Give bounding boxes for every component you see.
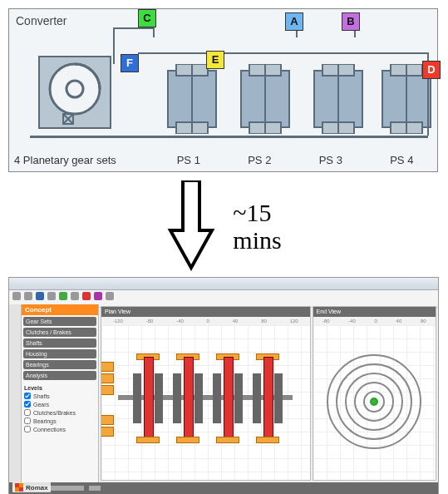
brand-badge: Romax (12, 482, 51, 492)
converter-title: Converter (16, 14, 66, 27)
transition-time: ~15 mins (233, 199, 281, 254)
bottom-bar[interactable] (9, 482, 438, 494)
plan-view-pane[interactable]: Plan View -120 -80 -40 0 40 80 120 (101, 306, 311, 481)
sidebar-item[interactable]: Clutches / Brakes (23, 328, 96, 337)
toolbar-icon[interactable] (59, 292, 67, 300)
checkbox[interactable] (24, 426, 31, 432)
sidebar-item[interactable]: Housing (23, 349, 96, 358)
brand-label: Romax (26, 484, 48, 492)
planetary-count-label: 4 Planetary gear sets (9, 154, 153, 166)
gearbox-plan-model[interactable] (118, 340, 293, 457)
sidebar-item[interactable]: Shafts (23, 338, 96, 348)
software-screenshot: Concept Gear Sets Clutches / Brakes Shaf… (8, 277, 439, 494)
pane-header: End View (313, 307, 436, 317)
tick: 80 (421, 319, 426, 324)
check-label: Shafts (33, 393, 50, 399)
end-view-pane[interactable]: End View -80 -40 0 40 80 (313, 306, 436, 481)
schematic-bottom-labels: 4 Planetary gear sets PS 1 PS 2 PS 3 PS … (9, 154, 437, 166)
sidebar-section-label: Levels (22, 382, 98, 392)
sidebar-header[interactable]: Concept (22, 304, 98, 315)
tick: -80 (146, 319, 154, 324)
window-titlebar[interactable] (9, 278, 438, 290)
sidebar-check[interactable]: Shafts (22, 392, 98, 400)
tick: -80 (322, 319, 330, 324)
checkbox[interactable] (24, 393, 31, 399)
ps2-label: PS 2 (224, 154, 296, 166)
connection-line (113, 27, 115, 64)
tick: 120 (290, 319, 298, 324)
toolbar-icon[interactable] (82, 292, 91, 300)
gearbox-end-model[interactable] (322, 332, 427, 472)
ground-brake-C (153, 27, 155, 37)
check-label: Bearings (33, 418, 57, 424)
torque-converter-icon (38, 56, 111, 129)
model-planetary-4 (253, 357, 283, 440)
model-planetary-1 (133, 357, 163, 440)
check-label: Clutches/Brakes (33, 410, 76, 416)
check-label: Connections (33, 427, 66, 432)
schematic-canvas (13, 27, 433, 146)
svg-rect-24 (185, 227, 198, 234)
tick: 40 (396, 319, 402, 324)
pane-header: Plan View (101, 307, 310, 317)
tick: -40 (176, 319, 184, 324)
badge-D: D (422, 61, 441, 79)
toolbar-icon[interactable] (71, 292, 79, 300)
sidebar-check[interactable]: Connections (22, 425, 98, 433)
time-unit: mins (233, 226, 281, 254)
planetary-set-3 (308, 64, 369, 134)
converter-schematic: Converter (8, 8, 438, 172)
sidebar-item[interactable]: Gear Sets (23, 317, 96, 326)
checkbox[interactable] (24, 401, 31, 408)
badge-E: E (206, 51, 224, 69)
planetary-set-1 (161, 64, 223, 134)
toolbar-icon[interactable] (94, 292, 102, 300)
tick: 0 (375, 319, 377, 324)
bottom-control[interactable] (89, 486, 101, 491)
time-value: ~15 (233, 199, 271, 226)
left-tool-strip[interactable] (9, 304, 22, 482)
sidebar-check[interactable]: Gears (22, 400, 98, 408)
connection-line (113, 27, 155, 29)
sidebar-item[interactable]: Analysis (23, 371, 96, 380)
tick: 40 (233, 319, 239, 324)
checkbox[interactable] (24, 409, 31, 416)
badge-F: F (121, 54, 139, 72)
sidebar-item[interactable]: Bearings (23, 360, 96, 369)
svg-rect-22 (183, 180, 199, 230)
toolbar-icon[interactable] (24, 292, 32, 300)
sidebar-check[interactable]: Bearings (22, 417, 98, 425)
toolbar-icon[interactable] (12, 292, 21, 300)
checkbox[interactable] (24, 417, 31, 424)
planetary-set-2 (234, 64, 296, 134)
model-planetary-3 (213, 357, 243, 440)
svg-marker-23 (170, 230, 212, 268)
sidebar-panel: Concept Gear Sets Clutches / Brakes Shaf… (22, 304, 99, 482)
check-label: Gears (33, 402, 49, 408)
down-arrow-icon (166, 180, 216, 272)
transition-block: ~15 mins (8, 180, 440, 272)
tick: 80 (261, 319, 267, 324)
toolbar-icon[interactable] (106, 292, 114, 300)
tick: -40 (348, 319, 356, 324)
sidebar-check[interactable]: Clutches/Brakes (22, 408, 98, 417)
tick: -120 (113, 319, 123, 324)
upper-interconnect (138, 52, 429, 54)
ps3-label: PS 3 (295, 154, 367, 166)
badge-C: C (138, 9, 156, 27)
badge-B: B (342, 12, 360, 31)
toolbar-icon[interactable] (36, 292, 44, 300)
romax-logo-icon (15, 483, 23, 492)
ps4-label: PS 4 (367, 154, 438, 166)
tick: 0 (207, 319, 209, 324)
toolbar-icon[interactable] (47, 292, 56, 300)
ps1-label: PS 1 (153, 154, 224, 166)
input-clutch-pack (101, 362, 115, 435)
badge-A: A (285, 12, 303, 31)
main-shaft (30, 136, 428, 138)
model-planetary-2 (173, 357, 203, 440)
